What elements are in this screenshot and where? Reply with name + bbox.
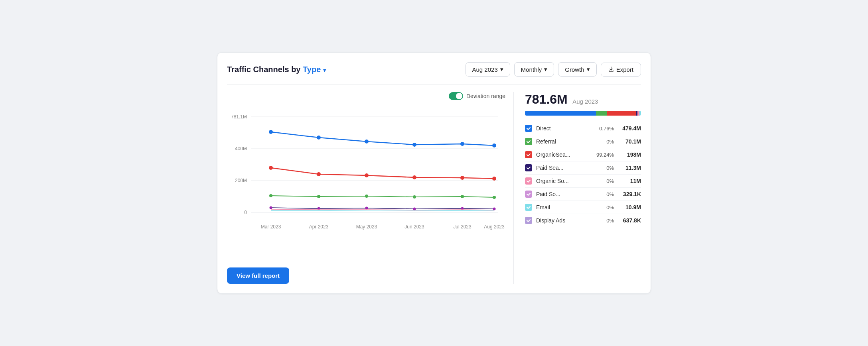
monthly-dropdown[interactable]: Monthly ▾: [514, 62, 554, 77]
channel-value: 11M: [614, 178, 641, 184]
export-button[interactable]: Export: [601, 63, 641, 77]
channel-name: Paid So...: [536, 191, 592, 197]
svg-point-16: [365, 140, 369, 144]
svg-point-23: [412, 175, 416, 179]
check-icon: [526, 218, 531, 223]
sidebar: 781.6M Aug 2023 Direct 0.76%: [513, 92, 641, 284]
channel-value: 198M: [614, 151, 641, 158]
monthly-label: Monthly: [521, 66, 542, 73]
traffic-channels-card: Traffic Channels by Type ▾ Aug 2023 ▾ Mo…: [217, 52, 651, 294]
total-date: Aug 2023: [572, 98, 598, 105]
line-chart: 781.1M 400M 200M 0 Mar 2023 Apr 2023 May…: [227, 105, 506, 256]
svg-point-34: [365, 207, 368, 210]
growth-chevron-icon: ▾: [587, 66, 590, 73]
svg-point-28: [365, 195, 368, 198]
channel-item[interactable]: Referral 0% 70.1M: [525, 135, 641, 148]
view-report-label: View full report: [237, 272, 280, 279]
svg-point-25: [492, 177, 496, 181]
channel-checkbox[interactable]: [525, 217, 532, 224]
check-icon: [526, 165, 531, 170]
check-icon: [526, 126, 531, 131]
svg-point-19: [492, 144, 496, 147]
svg-text:May 2023: May 2023: [356, 224, 377, 230]
title-type: Type: [303, 65, 321, 74]
channel-list: Direct 0.76% 479.4M Referral 0% 70.1M Or…: [525, 122, 641, 227]
channel-name: Paid Sea...: [536, 165, 592, 171]
channel-checkbox[interactable]: [525, 177, 532, 185]
check-icon: [526, 152, 531, 157]
date-dropdown[interactable]: Aug 2023 ▾: [466, 62, 510, 77]
channel-pct: 0%: [592, 178, 614, 184]
monthly-chevron-icon: ▾: [544, 66, 547, 73]
export-label: Export: [616, 66, 633, 73]
bar-direct: [525, 111, 596, 116]
header-controls: Aug 2023 ▾ Monthly ▾ Growth ▾ Export: [466, 62, 641, 77]
chart-svg-container: 781.1M 400M 200M 0 Mar 2023 Apr 2023 May…: [227, 105, 505, 256]
svg-point-30: [461, 195, 464, 198]
svg-point-20: [269, 166, 273, 170]
svg-text:Jul 2023: Jul 2023: [453, 224, 471, 230]
svg-point-18: [460, 142, 464, 146]
channel-name: Display Ads: [536, 217, 592, 224]
channel-pct: 0%: [592, 204, 614, 210]
svg-text:200M: 200M: [235, 178, 247, 183]
deviation-label: Deviation range: [466, 93, 505, 99]
card-body: Deviation range 781.1M 400M 200M 0 Mar 2…: [227, 85, 641, 284]
channel-item[interactable]: Display Ads 0% 637.8K: [525, 214, 641, 227]
channel-checkbox[interactable]: [525, 191, 532, 198]
svg-text:Jun 2023: Jun 2023: [404, 224, 424, 230]
deviation-toggle[interactable]: Deviation range: [449, 92, 505, 100]
channel-value: 637.8K: [614, 217, 641, 224]
svg-point-15: [317, 136, 321, 140]
channel-item[interactable]: Paid Sea... 0% 11.3M: [525, 161, 641, 175]
channel-name: Referral: [536, 138, 592, 145]
channel-name: Organic So...: [536, 178, 592, 184]
channel-checkbox[interactable]: [525, 151, 532, 158]
check-icon: [526, 139, 531, 144]
channel-item[interactable]: Paid So... 0% 329.1K: [525, 188, 641, 201]
growth-label: Growth: [565, 66, 584, 73]
svg-point-31: [493, 196, 496, 199]
svg-text:400M: 400M: [235, 146, 247, 151]
channel-pct: 0%: [592, 165, 614, 171]
channel-item[interactable]: Organic So... 0% 11M: [525, 175, 641, 188]
bar-organic-search: [607, 111, 636, 116]
svg-point-26: [269, 194, 272, 197]
channel-pct: 0%: [592, 191, 614, 197]
view-full-report-button[interactable]: View full report: [227, 267, 289, 284]
channel-item[interactable]: Email 0% 10.9M: [525, 201, 641, 214]
channel-pct: 99.24%: [592, 152, 614, 158]
channel-pct: 0%: [592, 218, 614, 224]
svg-text:781.1M: 781.1M: [231, 114, 247, 120]
svg-point-17: [412, 143, 416, 147]
svg-point-29: [413, 195, 416, 199]
svg-text:Mar 2023: Mar 2023: [261, 224, 281, 230]
svg-point-32: [270, 206, 272, 209]
channel-checkbox[interactable]: [525, 138, 532, 145]
svg-point-22: [365, 173, 369, 177]
deviation-switch[interactable]: [449, 92, 463, 100]
bar-referral: [596, 111, 606, 116]
check-icon: [526, 205, 531, 210]
channel-value: 479.4M: [614, 125, 641, 132]
channel-checkbox[interactable]: [525, 204, 532, 211]
channel-item[interactable]: Direct 0.76% 479.4M: [525, 122, 641, 135]
channel-pct: 0%: [592, 139, 614, 145]
svg-point-24: [460, 176, 464, 180]
channel-value: 10.9M: [614, 204, 641, 210]
export-icon: [608, 67, 614, 72]
channel-checkbox[interactable]: [525, 164, 532, 171]
bar-stack: [525, 111, 641, 116]
chart-area: Deviation range 781.1M 400M 200M 0 Mar 2…: [227, 92, 505, 284]
growth-dropdown[interactable]: Growth ▾: [558, 62, 596, 77]
channel-checkbox[interactable]: [525, 125, 532, 132]
check-icon: [526, 179, 531, 183]
channel-item[interactable]: OrganicSea... 99.24% 198M: [525, 148, 641, 161]
svg-point-27: [317, 195, 320, 198]
date-label: Aug 2023: [472, 66, 498, 73]
card-title: Traffic Channels by Type ▾: [227, 65, 326, 74]
channel-name: OrganicSea...: [536, 151, 592, 158]
card-header: Traffic Channels by Type ▾ Aug 2023 ▾ Mo…: [227, 62, 641, 77]
svg-text:0: 0: [244, 210, 247, 215]
title-chevron-icon[interactable]: ▾: [323, 67, 326, 73]
